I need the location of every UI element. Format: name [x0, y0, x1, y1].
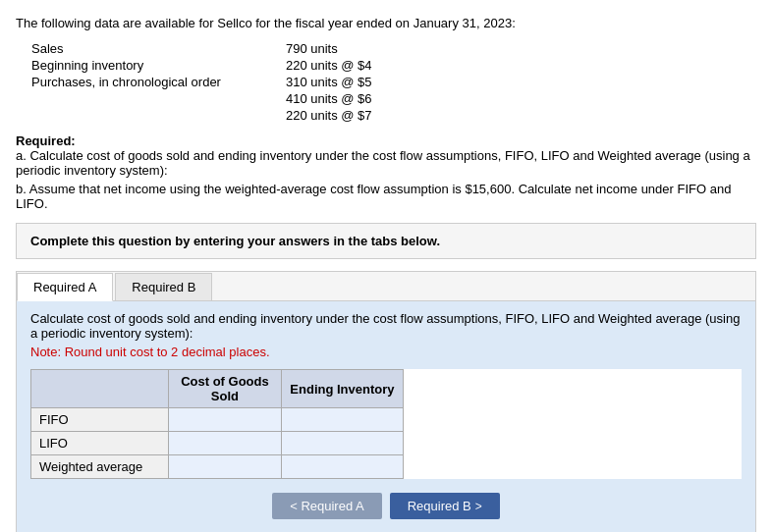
beginning-inventory-value: 220 units @ $4 [227, 57, 378, 74]
table-row: FIFO [31, 408, 404, 432]
col-ending-header: Ending Inventory [281, 370, 403, 408]
purchase1-value: 310 units @ $5 [227, 74, 378, 90]
purchases-label: Purchases, in chronological order [31, 74, 227, 90]
ending-cell-0[interactable] [281, 408, 403, 432]
prev-button[interactable]: < Required A [272, 493, 382, 519]
ending-cell-1[interactable] [281, 432, 403, 455]
question-box-text: Complete this question by entering your … [30, 234, 742, 248]
cogs-cell-2[interactable] [169, 455, 282, 479]
required-label: Required: [16, 133, 76, 148]
tab-content-inner: Calculate cost of goods sold and ending … [30, 311, 742, 359]
next-button[interactable]: Required B > [390, 493, 500, 519]
cogs-input-0[interactable] [171, 410, 279, 429]
col-cogs-header: Cost of Goods Sold [169, 370, 282, 408]
tab-a-description: Calculate cost of goods sold and ending … [30, 311, 742, 341]
cogs-cell-1[interactable] [169, 432, 282, 455]
data-section: Sales 790 units Beginning inventory 220 … [31, 40, 756, 124]
row-label-0: FIFO [31, 408, 169, 432]
table-row: LIFO [31, 432, 404, 455]
tabs-container: Required A Required B Calculate cost of … [16, 271, 756, 532]
ending-cell-2[interactable] [281, 455, 403, 479]
purchase2-value: 410 units @ $6 [227, 90, 378, 107]
required-part-b: b. Assume that net income using the weig… [16, 182, 756, 211]
tab-a-content: Calculate cost of goods sold and ending … [17, 301, 755, 532]
inventory-table-wrap: Cost of Goods Sold Ending Inventory FIFO… [30, 369, 742, 479]
inventory-table: Cost of Goods Sold Ending Inventory FIFO… [30, 369, 404, 479]
ending-input-1[interactable] [284, 434, 401, 452]
intro-text: The following data are available for Sel… [16, 16, 756, 30]
sales-label: Sales [31, 40, 227, 57]
required-part-a: a. Calculate cost of goods sold and endi… [16, 148, 756, 178]
beginning-inventory-label: Beginning inventory [31, 57, 227, 74]
row-label-2: Weighted average [31, 455, 169, 479]
nav-buttons: < Required A Required B > [30, 493, 742, 525]
tabs-header: Required A Required B [17, 272, 755, 301]
chevron-right-icon: > [475, 500, 482, 513]
ending-input-0[interactable] [284, 410, 401, 429]
purchase3-value: 220 units @ $7 [227, 107, 378, 124]
tab-a-note: Note: Round unit cost to 2 decimal place… [30, 345, 742, 359]
cogs-input-1[interactable] [171, 434, 279, 452]
ending-input-2[interactable] [284, 457, 401, 476]
cogs-cell-0[interactable] [169, 408, 282, 432]
required-section: Required: a. Calculate cost of goods sol… [16, 133, 756, 211]
table-row: Weighted average [31, 455, 404, 479]
cogs-input-2[interactable] [171, 457, 279, 476]
row-label-1: LIFO [31, 432, 169, 455]
sales-value: 790 units [227, 40, 378, 57]
next-button-label: Required B [408, 499, 471, 513]
question-box: Complete this question by entering your … [16, 223, 756, 259]
tab-required-b[interactable]: Required B [115, 273, 212, 301]
tab-required-a[interactable]: Required A [17, 273, 113, 301]
col-empty-header [31, 370, 169, 408]
